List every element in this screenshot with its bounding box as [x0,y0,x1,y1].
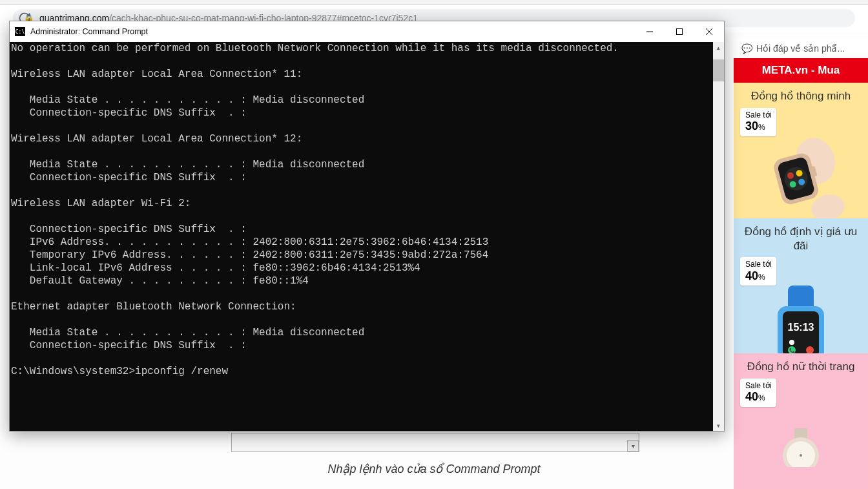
window-controls [635,21,724,42]
scroll-up-icon[interactable]: ▴ [713,42,724,53]
svg-point-22 [800,454,802,457]
faq-link[interactable]: 💬 Hỏi đáp về sản phẩ... [734,39,868,58]
ad-title: Đồng hồ thông minh [746,89,856,103]
scroll-down-icon[interactable]: ▾ [627,440,639,452]
image-caption-box: ▾ [231,433,639,452]
sale-badge: Sale tới 40% [740,379,776,407]
minimize-button[interactable] [635,21,665,42]
maximize-button[interactable] [665,21,694,42]
svg-text:📞: 📞 [789,348,795,353]
svg-point-15 [789,340,794,345]
scrollbar[interactable]: ▴ ▾ [713,42,724,431]
titlebar[interactable]: C:\ Administrator: Command Prompt [10,21,724,42]
sale-badge: Sale tới 40% [740,257,776,286]
cmd-icon: C:\ [15,27,25,36]
command-prompt-window: C:\ Administrator: Command Prompt No ope… [9,21,725,432]
ad-block-smartwatch[interactable]: Đồng hồ thông minh Sale tới 30% [734,83,868,218]
image-caption: Nhập lệnh vào cửa sổ Command Prompt [155,462,713,476]
browser-tabbar [0,0,868,5]
ad-block-women-watch[interactable]: Đồng hồ nữ thời trang Sale tới 40% [734,353,868,489]
close-button[interactable] [694,21,724,42]
scroll-thumb[interactable] [713,59,724,81]
scroll-down-icon[interactable]: ▾ [713,420,724,431]
faq-text: Hỏi đáp về sản phẩ... [756,43,845,54]
kids-watch-icon: 15:13 📞 [762,286,840,353]
smartwatch-icon [759,136,843,218]
window-title: Administrator: Command Prompt [30,27,635,36]
sale-badge: Sale tới 30% [740,108,776,136]
sidebar-ads: 💬 Hỏi đáp về sản phẩ... META.vn - Mua Đồ… [734,39,868,489]
fashion-watch-icon [769,407,833,489]
ad-title: Đồng hồ nữ thời trang [742,360,860,374]
ad-title: Đồng hồ định vị giá ưu đãi [734,225,868,253]
svg-text:15:13: 15:13 [788,322,814,333]
terminal-area: No operation can be performed on Bluetoo… [10,42,724,431]
ad-block-gps-watch[interactable]: Đồng hồ định vị giá ưu đãi Sale tới 40% … [734,218,868,354]
scroll-track[interactable] [713,53,724,420]
ad-banner[interactable]: META.vn - Mua [734,58,868,83]
terminal-output[interactable]: No operation can be performed on Bluetoo… [10,42,713,431]
svg-rect-24 [677,29,683,35]
